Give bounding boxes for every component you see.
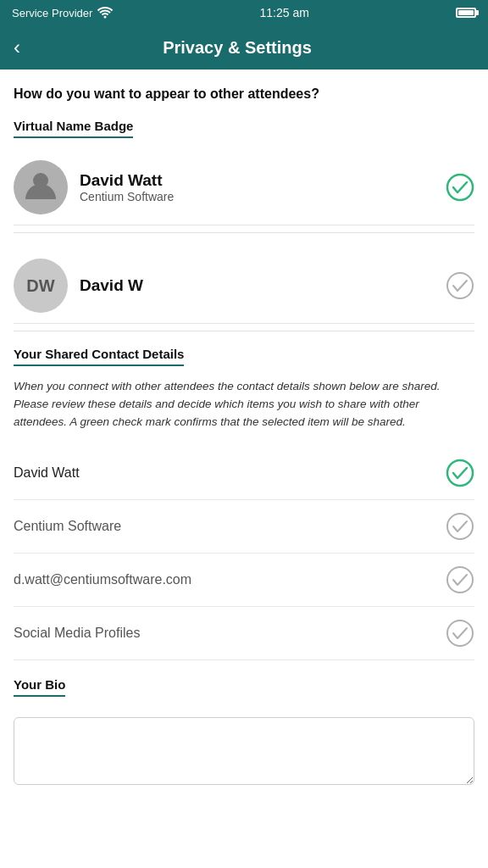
page-title: Privacy & Settings — [30, 38, 444, 58]
bio-label: Your Bio — [14, 677, 65, 697]
contact-name-label: David Watt — [14, 465, 80, 481]
svg-point-1 — [447, 175, 473, 200]
person-icon — [22, 167, 59, 204]
shared-contact-section: Your Shared Contact Details When you con… — [14, 347, 474, 660]
question-text: How do you want to appear to other atten… — [14, 85, 474, 103]
page-header: ‹ Privacy & Settings — [0, 25, 488, 70]
battery-icon — [456, 8, 476, 18]
avatar-photo — [14, 160, 68, 214]
bio-section: Your Bio — [14, 677, 474, 788]
initials-text: DW — [26, 276, 54, 296]
back-button[interactable]: ‹ — [14, 37, 20, 58]
badge-full-company: Centium Software — [80, 190, 446, 203]
contact-row-email[interactable]: d.watt@centiumsoftware.com — [14, 554, 474, 607]
status-right — [456, 8, 476, 18]
badge-initials-name: David W — [80, 276, 446, 295]
shared-description-text: When you connect with other attendees th… — [14, 378, 474, 431]
shared-contact-label: Your Shared Contact Details — [14, 347, 184, 366]
virtual-badge-label: Virtual Name Badge — [14, 119, 133, 138]
contact-company-check-icon — [446, 512, 474, 541]
status-time: 11:25 am — [260, 6, 309, 19]
svg-point-6 — [447, 620, 473, 646]
status-left: Service Provider — [12, 7, 113, 19]
badge-info-initials: David W — [80, 276, 446, 295]
contact-social-check-icon — [446, 619, 474, 648]
wifi-icon — [97, 7, 113, 19]
svg-point-3 — [447, 460, 473, 486]
badge-full-name: David Watt — [80, 171, 446, 190]
badge-info-full: David Watt Centium Software — [80, 171, 446, 203]
svg-point-5 — [447, 567, 473, 593]
contact-company-label: Centium Software — [14, 519, 121, 534]
avatar-initials: DW — [14, 259, 68, 313]
contact-name-check-icon — [446, 459, 474, 487]
divider-2 — [14, 331, 474, 331]
contact-row-name[interactable]: David Watt — [14, 447, 474, 500]
svg-point-4 — [447, 514, 473, 539]
contact-email-check-icon — [446, 565, 474, 594]
contact-row-social[interactable]: Social Media Profiles — [14, 607, 474, 660]
selected-check-icon — [446, 173, 474, 202]
contact-row-company[interactable]: Centium Software — [14, 500, 474, 554]
svg-point-2 — [447, 273, 473, 298]
contact-social-label: Social Media Profiles — [14, 626, 140, 641]
contact-email-label: d.watt@centiumsoftware.com — [14, 572, 191, 587]
badge-option-full[interactable]: David Watt Centium Software — [14, 150, 474, 225]
provider-label: Service Provider — [12, 7, 92, 19]
main-content: How do you want to appear to other atten… — [0, 70, 488, 809]
badge-option-initials[interactable]: DW David W — [14, 248, 474, 324]
divider-1 — [14, 232, 474, 233]
bio-textarea[interactable] — [14, 717, 474, 785]
status-bar: Service Provider 11:25 am — [0, 0, 488, 25]
unselected-check-icon — [446, 271, 474, 300]
